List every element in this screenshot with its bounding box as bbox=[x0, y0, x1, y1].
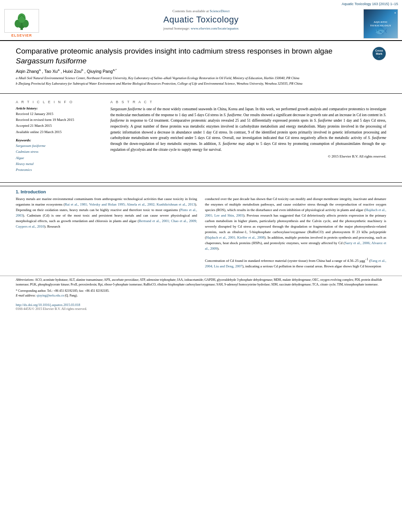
page-wrapper: Aquatic Toxicology 163 (2015) 1–15 bbox=[0, 0, 402, 312]
svg-text:✓: ✓ bbox=[378, 56, 380, 58]
contents-line: Contents lists available at ScienceDirec… bbox=[47, 9, 355, 13]
email-line: E-mail address: qiuying@nefu.edu.cn (Q. … bbox=[16, 293, 386, 298]
footnotes-section: Abbreviations: ACO, aconitate hydratase;… bbox=[0, 276, 402, 300]
abbreviations-text: Abbreviations: ACO, aconitate hydratase;… bbox=[16, 278, 386, 287]
intro-right-col: conducted over the past decade has shown… bbox=[205, 196, 386, 269]
authors-line: Aiqin Zhanga , Tao Xua , Huixi Zoub , Qi… bbox=[16, 68, 386, 74]
crossmark-badge: Cross Mark ✓ bbox=[372, 46, 386, 61]
abstract-column: A B S T R A C T Sargassum fusiforme is o… bbox=[110, 100, 386, 176]
available-date: Available online 23 March 2015 bbox=[16, 129, 102, 135]
aquatic-logo-text: AQUATICTOXIcoLOGY bbox=[370, 20, 391, 27]
abbreviations-label: Abbreviations: bbox=[16, 278, 34, 282]
intro-right-text: conducted over the past decade has shown… bbox=[205, 196, 386, 269]
intro-two-col: Heavy metals are marine environmental co… bbox=[16, 196, 386, 269]
article-title: Comparative proteomic analysis provides … bbox=[16, 46, 368, 66]
keywords-block: Keywords: Sargassum fusiforme Cadmium st… bbox=[16, 138, 102, 173]
section-divider-2 bbox=[0, 182, 402, 183]
keyword-2: Cadmium stress bbox=[16, 149, 102, 155]
doi-link[interactable]: http://dx.doi.org/10.1016/j.aquatox.2015… bbox=[16, 303, 386, 307]
keyword-1: Sargassum fusiforme bbox=[16, 143, 102, 149]
received-date: Received 12 January 2015 bbox=[16, 111, 102, 117]
history-block: Article history: Received 12 January 201… bbox=[16, 106, 102, 135]
abstract-text: Sargassum fusiforme is one of the most w… bbox=[110, 106, 386, 153]
cite-1: Rai et al., 1981; Volesky and Holan 1995… bbox=[65, 202, 195, 206]
homepage-url[interactable]: www.elsevier.com/locate/aquatox bbox=[191, 26, 238, 30]
cite-5: Hajduch et al., 2001; Kieffer et al., 20… bbox=[206, 235, 264, 239]
journal-homepage: journal homepage: www.elsevier.com/locat… bbox=[47, 26, 355, 30]
received-revised-date: Received in revised form 19 March 2015 bbox=[16, 117, 102, 123]
elsevier-logo: ELSEVIER bbox=[4, 9, 39, 37]
accepted-date: Accepted 21 March 2015 bbox=[16, 123, 102, 129]
article-section: Comparative proteomic analysis provides … bbox=[0, 41, 402, 90]
sciencedirect-link[interactable]: ScienceDirect bbox=[210, 9, 229, 13]
cite-2: Pinto et al., 2003 bbox=[16, 208, 197, 217]
svg-text:Mark: Mark bbox=[376, 52, 382, 55]
svg-text:Cross: Cross bbox=[375, 49, 383, 52]
email-address[interactable]: qiuying@nefu.edu.cn bbox=[37, 294, 64, 297]
intro-heading: 1. Introduction bbox=[16, 189, 386, 194]
abstract-heading: A B S T R A C T bbox=[110, 100, 386, 104]
citation-text: Aquatic Toxicology 163 (2015) 1–15 bbox=[342, 2, 398, 6]
affiliation-b: b Zhejiang Provincial Key Laboratory for… bbox=[16, 82, 386, 86]
body-section: 1. Introduction Heavy metals are marine … bbox=[0, 186, 402, 272]
intro-left-col: Heavy metals are marine environmental co… bbox=[16, 196, 197, 269]
corresponding-text: * Corresponding author. Tel.: +86 451 82… bbox=[16, 289, 386, 293]
keyword-5: Proteomics bbox=[16, 167, 102, 173]
page-footer: http://dx.doi.org/10.1016/j.aquatox.2015… bbox=[0, 301, 402, 312]
affiliation-a: a Alkali Soil Natural Environmental Scie… bbox=[16, 76, 386, 81]
keywords-label: Keywords: bbox=[16, 138, 102, 142]
journal-header-center: Contents lists available at ScienceDirec… bbox=[39, 9, 363, 30]
journal-title: Aquatic Toxicology bbox=[47, 15, 355, 25]
section-divider-1 bbox=[0, 93, 402, 94]
journal-header: ELSEVIER Contents lists available at Sci… bbox=[0, 7, 402, 41]
article-info-column: A R T I C L E I N F O Article history: R… bbox=[16, 100, 102, 176]
aquatic-toxicology-logo: AQUATICTOXIcoLOGY 🐟 ● bbox=[363, 9, 398, 39]
keyword-4: Heavy metal bbox=[16, 161, 102, 167]
intro-left-text: Heavy metals are marine environmental co… bbox=[16, 196, 197, 230]
issn-text: 0166-445X/© 2015 Elsevier B.V. All right… bbox=[16, 307, 386, 311]
elsevier-label: ELSEVIER bbox=[11, 33, 32, 37]
keyword-3: Algae bbox=[16, 155, 102, 161]
history-label: Article history: bbox=[16, 106, 102, 110]
cite-6: Sarry et al., 2006; Alvarez et al., 2009 bbox=[205, 241, 386, 250]
cite-4: Hajduch et al., 2001; Lee and Shin, 2003 bbox=[205, 208, 386, 217]
cite-3: Bertrand et al., 2001; Chao et al., 2009… bbox=[16, 219, 197, 228]
decorative-element: ● bbox=[394, 11, 396, 15]
cite-7: Fang et al., 2004; Liu and Deng, 2007 bbox=[205, 259, 386, 268]
copyright-text: © 2015 Elsevier B.V. All rights reserved… bbox=[110, 154, 386, 158]
article-info-heading: A R T I C L E I N F O bbox=[16, 100, 102, 104]
svg-point-4 bbox=[18, 13, 26, 23]
article-info-abstract-section: A R T I C L E I N F O Article history: R… bbox=[0, 97, 402, 180]
article-title-row: Comparative proteomic analysis provides … bbox=[16, 46, 386, 66]
